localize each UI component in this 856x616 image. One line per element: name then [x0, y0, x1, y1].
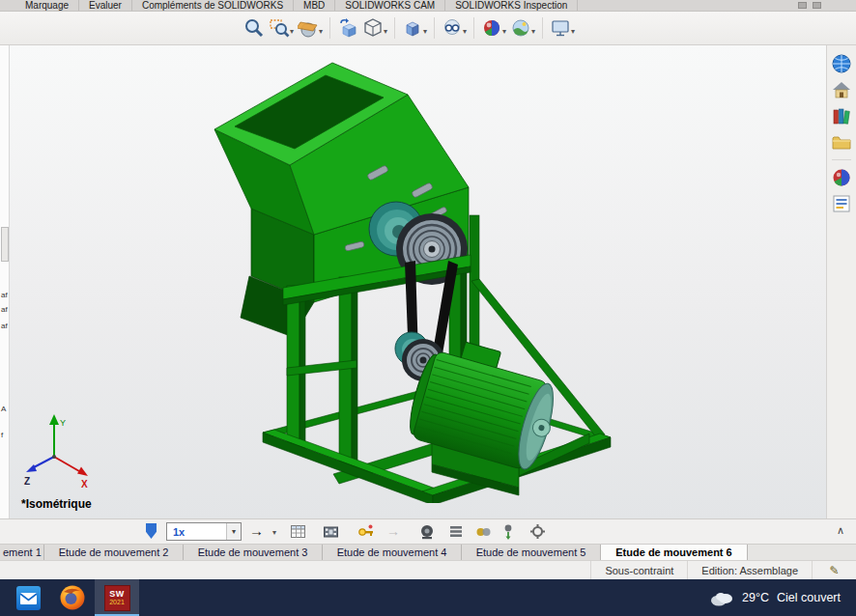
motion-study-tabs: ement 1 Etude de mouvement 2 Etude de mo…: [0, 544, 856, 560]
contact-icon[interactable]: [475, 523, 493, 541]
solidworks-icon-year: 2021: [109, 599, 125, 606]
corner-icon[interactable]: [813, 2, 821, 9]
play-options-caret-icon[interactable]: ▾: [272, 528, 276, 537]
toolbar-separator: [394, 17, 395, 39]
design-library-icon[interactable]: [831, 105, 852, 126]
playback-speed-value: 1x: [167, 523, 226, 540]
menu-item-complements[interactable]: Compléments de SOLIDWORKS: [132, 0, 294, 11]
weather-cloud-icon: [709, 589, 734, 606]
zoom-area-icon[interactable]: [267, 15, 292, 41]
gravity-icon[interactable]: [500, 523, 518, 541]
view-orientation-icon[interactable]: [400, 15, 425, 41]
view-settings-icon[interactable]: [548, 15, 573, 41]
dropdown-caret-icon[interactable]: ▾: [571, 27, 575, 36]
mail-icon: [15, 585, 42, 611]
firefox-icon: [59, 584, 86, 611]
dropdown-caret-icon[interactable]: ▾: [384, 27, 387, 36]
tab-etude-2[interactable]: Etude de mouvement 2: [44, 545, 184, 560]
windows-taskbar: SW 2021 29°C Ciel couvert: [0, 579, 856, 616]
window-corner-icons: [798, 2, 821, 9]
keyframe-grid-icon[interactable]: [290, 523, 307, 541]
command-tabs-bar: Marquage Evaluer Compléments de SOLIDWOR…: [0, 0, 856, 12]
display-style-icon[interactable]: [360, 15, 385, 41]
tree-text-fragment: f: [1, 431, 3, 439]
dropdown-caret-icon[interactable]: ▾: [463, 27, 467, 36]
toolbar-separator: [542, 17, 543, 39]
menu-item-mbd[interactable]: MBD: [294, 0, 335, 11]
solidworks-window: Marquage Evaluer Compléments de SOLIDWOR…: [0, 0, 856, 616]
corner-icon[interactable]: [798, 2, 807, 9]
appearances-sphere-icon[interactable]: [831, 167, 852, 188]
tab-etude-1[interactable]: ement 1: [0, 545, 44, 560]
previous-view-icon[interactable]: [335, 15, 360, 41]
heads-up-view-toolbar: ▾ ▾ ▾ ▾ ▾ ▾ ▾ ▾: [0, 12, 856, 45]
tree-text-fragment: af: [1, 291, 8, 299]
dropdown-caret-icon[interactable]: ▾: [319, 27, 323, 36]
collapse-panel-icon[interactable]: ∧: [837, 524, 844, 537]
assembly-model-crusher[interactable]: [179, 49, 633, 503]
edition-mode-status: Edition: Assemblage: [687, 561, 812, 579]
toolbar-separator: [434, 17, 435, 39]
collapsed-feature-panel[interactable]: af af af A f: [0, 45, 10, 518]
tab-etude-6-active[interactable]: Etude de mouvement 6: [601, 545, 748, 560]
menu-item-marquage[interactable]: Marquage: [15, 0, 79, 11]
section-view-icon[interactable]: [296, 15, 321, 41]
menu-item-evaluer[interactable]: Evaluer: [79, 0, 132, 11]
toolbar-separator: [473, 17, 474, 39]
spring-icon[interactable]: [448, 523, 466, 541]
apply-scene-icon[interactable]: [508, 15, 533, 41]
edit-appearance-icon[interactable]: [479, 15, 504, 41]
taskpane-separator: [832, 159, 851, 160]
solidworks-icon-label: SW: [109, 589, 125, 599]
graphics-area[interactable]: Y X Z *Isométrique: [10, 45, 826, 518]
resources-globe-icon[interactable]: [831, 53, 852, 74]
menu-item-solidworks-cam[interactable]: SOLIDWORKS CAM: [335, 0, 445, 11]
motion-manager-toolbar: 1x ▾ → ▾ → ∧: [0, 518, 856, 544]
dropdown-caret-icon[interactable]: ▾: [423, 27, 427, 36]
tab-etude-4[interactable]: Etude de mouvement 4: [323, 545, 462, 560]
view-orientation-label: *Isométrique: [21, 497, 92, 511]
custom-properties-icon[interactable]: [831, 193, 852, 214]
dropdown-caret-icon[interactable]: ▾: [531, 27, 535, 36]
timeline-key-marker[interactable]: [146, 523, 157, 539]
dropdown-caret-icon[interactable]: ▾: [290, 27, 294, 36]
annotation-pencil-icon[interactable]: ✎: [829, 564, 839, 577]
constraint-status: Sous-contraint: [590, 561, 687, 579]
triad-z-label: Z: [24, 476, 30, 487]
taskbar-solidworks-button[interactable]: SW 2021: [95, 579, 139, 616]
combo-caret-icon[interactable]: ▾: [226, 523, 241, 540]
zoom-fit-icon[interactable]: [242, 15, 267, 41]
main-area: af af af A f: [0, 45, 856, 518]
orientation-triad: Y X Z: [23, 410, 93, 491]
hide-show-items-icon[interactable]: [440, 15, 465, 41]
file-explorer-folder-icon[interactable]: [831, 131, 852, 153]
menu-item-solidworks-inspection[interactable]: SOLIDWORKS Inspection: [445, 0, 578, 11]
tree-text-fragment: A: [1, 405, 6, 413]
taskbar-firefox-button[interactable]: [50, 579, 95, 616]
weather-condition: Ciel couvert: [777, 591, 841, 604]
tree-text-fragment: af: [1, 322, 8, 330]
tab-etude-3[interactable]: Etude de mouvement 3: [184, 545, 323, 560]
play-icon[interactable]: →: [249, 522, 264, 539]
tree-text-fragment: af: [1, 305, 8, 314]
triad-x-label: X: [81, 479, 88, 490]
settings-gear-icon[interactable]: [529, 523, 547, 541]
weather-temperature: 29°C: [742, 591, 769, 604]
dropdown-caret-icon[interactable]: ▾: [502, 27, 506, 36]
playback-speed-select[interactable]: 1x ▾: [166, 522, 242, 541]
task-pane: [826, 45, 856, 518]
triad-y-label: Y: [60, 418, 66, 428]
home-icon[interactable]: [831, 79, 852, 100]
solidworks-icon: SW 2021: [104, 585, 130, 611]
tab-etude-5[interactable]: Etude de mouvement 5: [462, 545, 601, 560]
motor-icon[interactable]: [419, 523, 437, 541]
toolbar-separator: [329, 17, 330, 39]
tabbar-filler: [748, 545, 856, 560]
panel-splitter-handle[interactable]: [1, 227, 9, 262]
save-animation-icon[interactable]: [323, 523, 340, 541]
taskbar-mail-button[interactable]: [6, 579, 50, 616]
next-frame-icon[interactable]: →: [386, 523, 400, 539]
taskbar-weather-widget[interactable]: 29°C Ciel couvert: [694, 579, 856, 616]
status-tools: ✎: [812, 561, 856, 579]
autokey-icon[interactable]: [357, 523, 375, 541]
